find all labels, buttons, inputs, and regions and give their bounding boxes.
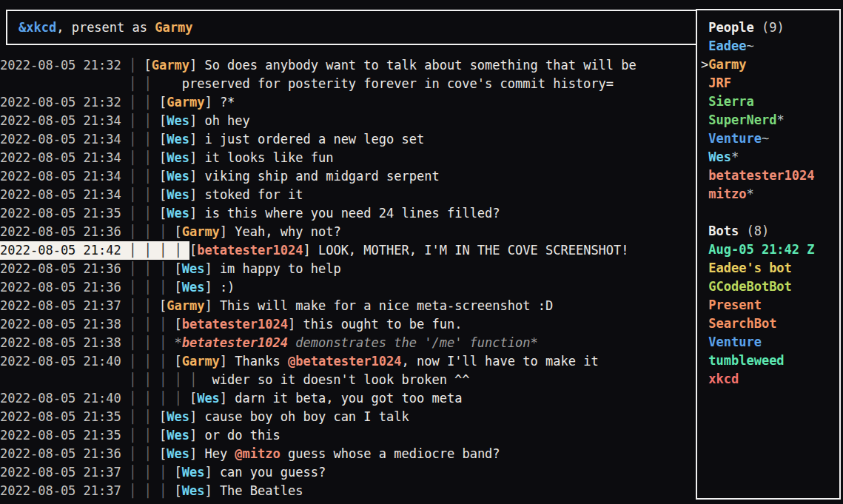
chat-log: 2022-08-05 21:32 │ [Garmy] So does anybo… — [0, 56, 694, 500]
chat-message-row[interactable]: 2022-08-05 21:32 │ │ [Garmy] ?* — [0, 93, 694, 112]
chat-message-row[interactable]: 2022-08-05 21:34 │ │ [Wes] viking ship a… — [0, 167, 694, 186]
bots-header: Bots (8) — [701, 222, 839, 241]
chat-message-row[interactable]: 2022-08-05 21:34 │ │ [Wes] stoked for it — [0, 186, 694, 204]
person-item[interactable]: JRF — [701, 74, 839, 93]
thread-lines: │ │ │ — [121, 354, 175, 369]
message-text: ] — [204, 261, 219, 276]
chat-message-row[interactable]: │ │ │ │ │ wider so it doesn't look broke… — [0, 371, 694, 389]
timestamp: 2022-08-05 21:36 — [0, 280, 121, 295]
chat-message-row[interactable]: 2022-08-05 21:37 │ │ [Garmy] This will m… — [0, 297, 694, 315]
bot-item[interactable]: Venture — [701, 333, 839, 352]
marker-space — [701, 112, 708, 127]
marker-space — [701, 353, 708, 368]
message-meta: 2022-08-05 21:40 │ │ │ — [0, 352, 174, 371]
thread-lines: │ │ │ — [121, 465, 175, 480]
message-text: [ — [174, 280, 181, 295]
message-text: ] — [204, 298, 219, 313]
message-meta: 2022-08-05 21:35 │ │ — [0, 204, 159, 223]
status-suffix: ~ — [762, 131, 769, 146]
thread-lines: │ │ — [121, 187, 159, 202]
person-item[interactable]: Eadee~ — [701, 37, 839, 56]
chat-message-row[interactable]: 2022-08-05 21:36 │ │ │ [Wes] :) — [0, 278, 694, 297]
people-count: (9) — [762, 20, 785, 35]
message-text: cause boy oh boy can I talk — [204, 409, 409, 424]
timestamp: 2022-08-05 21:32 — [0, 58, 121, 73]
chat-message-row[interactable]: │ │ preserved for posterity forever in c… — [0, 75, 694, 93]
chat-message-row[interactable]: 2022-08-05 21:37 │ │ │ [Wes] can you gue… — [0, 463, 694, 482]
nick: Wes — [182, 261, 205, 276]
chat-message-row[interactable]: 2022-08-05 21:36 │ │ [Wes] Hey @mitzo gu… — [0, 445, 694, 463]
message-text: [ — [174, 483, 181, 498]
message-text: ] — [303, 243, 318, 258]
chat-message-row[interactable]: 2022-08-05 21:34 │ │ [Wes] oh hey — [0, 112, 694, 130]
message-text: is this where you need 24 lines filled? — [204, 206, 500, 221]
person-item[interactable]: Venture~ — [701, 130, 839, 148]
marker-space — [701, 335, 708, 349]
message-text: ] — [189, 150, 204, 165]
person-item[interactable]: mitzo* — [701, 185, 839, 204]
chat-message-row[interactable]: 2022-08-05 21:38 │ │ │ *betatester1024 d… — [0, 334, 694, 352]
person-item[interactable]: Sierra — [701, 93, 839, 111]
nick: Garmy — [167, 298, 204, 313]
message-text: ] — [204, 280, 219, 295]
bot-item[interactable]: Present — [701, 296, 839, 315]
message-text: i just ordered a new lego set — [204, 132, 424, 147]
chat-message-row[interactable]: 2022-08-05 21:32 │ [Garmy] So does anybo… — [0, 56, 694, 75]
status-suffix: ~ — [746, 38, 753, 53]
message-meta: 2022-08-05 21:37 │ │ │ — [0, 482, 174, 500]
person-name: Sierra — [708, 94, 753, 109]
person-item[interactable]: Wes* — [701, 148, 839, 167]
message-meta: 2022-08-05 21:40 │ │ │ │ — [0, 389, 189, 408]
message-content: [Wes] is this where you need 24 lines fi… — [159, 206, 500, 221]
message-content: [Wes] it looks like fun — [159, 150, 333, 165]
message-text: or do this — [204, 428, 280, 443]
bot-item[interactable]: GCodeBotBot — [701, 278, 839, 296]
thread-lines: │ │ — [121, 446, 159, 461]
chat-message-row[interactable]: 2022-08-05 21:35 │ │ [Wes] or do this — [0, 426, 694, 445]
message-text: darn it beta, you got too meta — [235, 391, 462, 406]
timestamp: 2022-08-05 21:38 — [0, 335, 121, 350]
bot-name: xkcd — [708, 372, 739, 386]
nick: Wes — [167, 428, 189, 443]
chat-message-row[interactable]: 2022-08-05 21:37 │ │ │ [Wes] The Beatles — [0, 482, 694, 500]
person-item[interactable]: SuperNerd* — [701, 111, 839, 130]
marker-space — [701, 279, 708, 294]
message-text: [ — [174, 317, 181, 332]
person-item[interactable]: betatester1024 — [701, 167, 839, 185]
bot-item[interactable]: xkcd — [701, 370, 839, 389]
channel-header: &xkcd, present as Garmy — [6, 10, 699, 45]
timestamp: 2022-08-05 21:38 — [0, 317, 121, 332]
chat-message-row[interactable]: 2022-08-05 21:35 │ │ [Wes] is this where… — [0, 204, 694, 223]
chat-message-row[interactable]: 2022-08-05 21:35 │ │ [Wes] cause boy oh … — [0, 408, 694, 426]
chat-message-row[interactable]: 2022-08-05 21:40 │ │ │ [Garmy] Thanks @b… — [0, 352, 694, 371]
chat-message-row[interactable]: 2022-08-05 21:34 │ │ [Wes] it looks like… — [0, 149, 694, 167]
message-text: ] — [189, 446, 204, 461]
thread-lines: │ │ — [121, 150, 159, 165]
message-meta: 2022-08-05 21:34 │ │ — [0, 130, 159, 149]
message-text: guess whose a mediocre band? — [281, 446, 500, 461]
message-meta: 2022-08-05 21:32 │ — [0, 56, 144, 75]
message-meta: 2022-08-05 21:36 │ │ │ — [0, 278, 174, 297]
nick: Wes — [182, 483, 205, 498]
message-text: [ — [174, 354, 181, 369]
bot-item[interactable]: Aug-05 21:42 Z — [701, 241, 839, 259]
message-text: [ — [159, 446, 167, 461]
message-text: , now I'll have to make it — [402, 354, 599, 369]
timestamp: 2022-08-05 21:35 — [0, 428, 121, 443]
message-meta: 2022-08-05 21:34 │ │ — [0, 112, 159, 130]
chat-message-row[interactable]: 2022-08-05 21:36 │ │ │ [Garmy] Yeah, why… — [0, 223, 694, 241]
timestamp: 2022-08-05 21:34 — [0, 132, 121, 147]
bot-item[interactable]: tumbleweed — [701, 352, 839, 370]
person-item[interactable]: >Garmy — [701, 56, 839, 74]
chat-message-row[interactable]: 2022-08-05 21:34 │ │ [Wes] i just ordere… — [0, 130, 694, 149]
message-meta: │ │ — [0, 75, 182, 93]
bot-item[interactable]: Eadee's bot — [701, 259, 839, 278]
chat-message-row[interactable]: 2022-08-05 21:42 │ │ │ │ [betatester1024… — [0, 241, 694, 260]
message-text: [ — [189, 391, 197, 406]
bot-item[interactable]: SearchBot — [701, 315, 839, 333]
timestamp: 2022-08-05 21:40 — [0, 391, 121, 406]
chat-message-row[interactable]: 2022-08-05 21:36 │ │ │ [Wes] im happy to… — [0, 260, 694, 278]
chat-message-row[interactable]: 2022-08-05 21:40 │ │ │ │ [Wes] darn it b… — [0, 389, 694, 408]
chat-message-row[interactable]: 2022-08-05 21:38 │ │ │ [betatester1024] … — [0, 315, 694, 334]
message-text: ] — [220, 391, 235, 406]
